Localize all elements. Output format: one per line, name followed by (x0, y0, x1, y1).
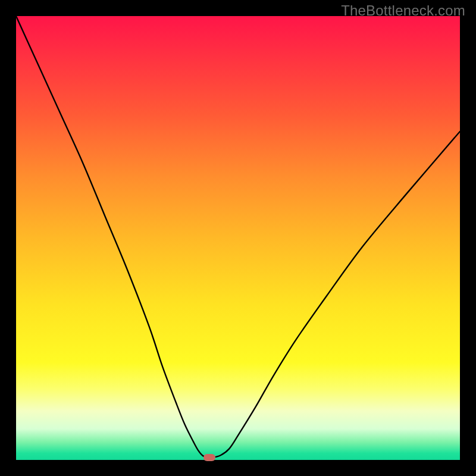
chart-frame: TheBottleneck.com (0, 0, 476, 476)
plot-area (16, 16, 460, 460)
optimal-point-marker (203, 454, 215, 461)
bottleneck-curve (16, 16, 460, 460)
watermark-text: TheBottleneck.com (341, 2, 465, 19)
